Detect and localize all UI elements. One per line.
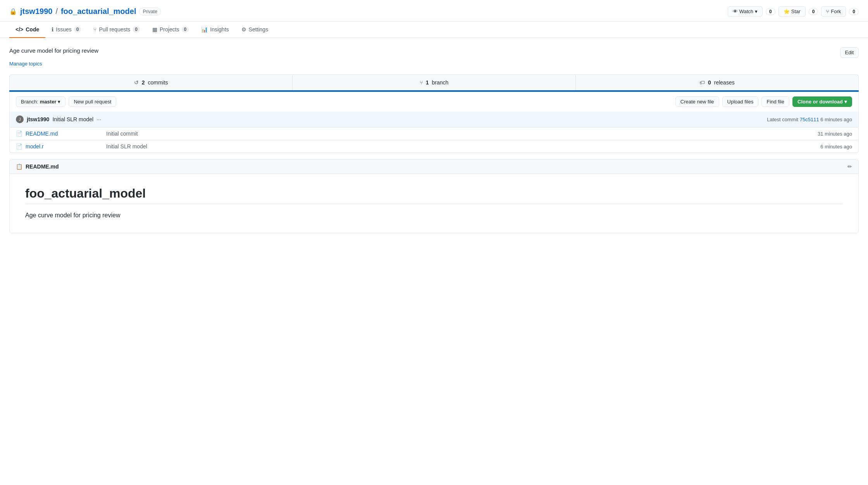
fork-icon: ⑂ — [826, 9, 829, 14]
new-pull-request-button[interactable]: New pull request — [69, 96, 116, 107]
readme-filename: README.md — [26, 163, 59, 170]
fork-label: Fork — [831, 9, 841, 14]
releases-label: releases — [714, 79, 735, 86]
repo-owner[interactable]: jtsw1990 — [20, 7, 52, 16]
commit-dots[interactable]: ··· — [96, 116, 101, 122]
star-label: Star — [791, 9, 801, 14]
branch-right: Create new file Upload files Find file C… — [675, 96, 852, 107]
branch-dropdown-icon: ▾ — [58, 99, 60, 105]
commit-author[interactable]: jtsw1990 — [27, 116, 49, 122]
tab-settings-label: Settings — [249, 26, 269, 33]
branch-selector[interactable]: Branch: master ▾ — [16, 96, 65, 107]
file-commit-readme: Initial commit — [106, 131, 815, 137]
readme-header: 📋 README.md ✏ — [10, 160, 858, 174]
main-content: Age curve model for pricing review Edit … — [0, 38, 868, 233]
latest-commit-row: J jtsw1990 Initial SLR model ··· Latest … — [10, 112, 858, 127]
repo-header: 🔒 jtsw1990 / foo_actuarial_model Private… — [0, 0, 868, 22]
latest-commit-label: Latest commit — [767, 117, 798, 122]
avatar-text: J — [19, 117, 21, 122]
readme-section: 📋 README.md ✏ foo_actuarial_model Age cu… — [9, 159, 859, 233]
clone-label: Clone or download — [797, 99, 843, 105]
clone-or-download-button[interactable]: Clone or download ▾ — [792, 96, 852, 107]
commits-label: commits — [148, 79, 168, 86]
tab-pull-requests[interactable]: ⑂ Pull requests 0 — [87, 22, 146, 38]
commit-hash[interactable]: 75c5111 — [800, 117, 819, 122]
tab-projects[interactable]: ▦ Projects 0 — [146, 22, 195, 38]
branches-stat[interactable]: ⑂ 1 branch — [293, 75, 575, 90]
tab-settings[interactable]: ⚙ Settings — [235, 22, 275, 38]
tab-issues[interactable]: ℹ Issues 0 — [45, 22, 87, 38]
description-text: Age curve model for pricing review — [9, 47, 98, 54]
tab-insights-label: Insights — [210, 26, 229, 33]
clone-dropdown-icon: ▾ — [844, 99, 847, 105]
private-badge: Private — [139, 8, 160, 15]
upload-files-button[interactable]: Upload files — [722, 96, 759, 107]
settings-icon: ⚙ — [241, 26, 246, 33]
branch-icon: ⑂ — [420, 79, 423, 86]
branches-label: branch — [432, 79, 448, 86]
lock-icon: 🔒 — [9, 8, 17, 15]
code-icon: </> — [16, 26, 23, 33]
create-new-file-button[interactable]: Create new file — [675, 96, 719, 107]
star-count: 0 — [809, 8, 818, 15]
readme-paragraph: Age curve model for pricing review — [25, 210, 843, 220]
commits-icon: ↺ — [134, 79, 139, 86]
fork-count: 0 — [849, 8, 859, 15]
file-table: J jtsw1990 Initial SLR model ··· Latest … — [9, 112, 859, 153]
commit-time: 6 minutes ago — [820, 117, 852, 122]
releases-stat[interactable]: 🏷 0 releases — [576, 75, 858, 90]
repo-title: 🔒 jtsw1990 / foo_actuarial_model Private — [9, 7, 161, 16]
issues-icon: ℹ — [52, 26, 53, 33]
file-name-readme[interactable]: README.md — [26, 131, 103, 137]
watch-label: Watch — [739, 9, 753, 14]
file-icon-readme: 📄 — [16, 131, 22, 137]
tab-pr-label: Pull requests — [99, 26, 130, 33]
star-button[interactable]: ⭐ Star — [778, 6, 806, 17]
tab-code-label: Code — [26, 26, 39, 33]
author-avatar: J — [16, 115, 24, 123]
tab-projects-label: Projects — [160, 26, 179, 33]
releases-count: 0 — [708, 79, 711, 86]
tab-insights[interactable]: 📊 Insights — [195, 22, 235, 38]
watch-count: 0 — [766, 8, 775, 15]
repo-description: Age curve model for pricing review Edit — [9, 47, 859, 58]
branch-left: Branch: master ▾ New pull request — [16, 96, 116, 107]
branch-toolbar: Branch: master ▾ New pull request Create… — [9, 92, 859, 112]
tab-issues-label: Issues — [56, 26, 71, 33]
file-icon-model: 📄 — [16, 143, 22, 150]
branches-count: 1 — [426, 79, 429, 86]
commit-message: Initial SLR model — [52, 116, 93, 122]
eye-icon: 👁 — [733, 9, 738, 14]
repo-separator: / — [55, 7, 58, 16]
commits-count: 2 — [142, 79, 145, 86]
edit-description-button[interactable]: Edit — [840, 47, 859, 58]
file-name-model[interactable]: model.r — [26, 143, 103, 150]
file-row-readme: 📄 README.md Initial commit 31 minutes ag… — [10, 127, 858, 140]
file-commit-model: Initial SLR model — [106, 143, 817, 150]
star-icon: ⭐ — [784, 9, 790, 14]
stats-bar: ↺ 2 commits ⑂ 1 branch 🏷 0 releases — [9, 74, 859, 90]
repo-nav: </> Code ℹ Issues 0 ⑂ Pull requests 0 ▦ … — [0, 22, 868, 38]
fork-button[interactable]: ⑂ Fork — [821, 6, 846, 17]
tab-code[interactable]: </> Code — [9, 22, 45, 38]
manage-topics-link[interactable]: Manage topics — [9, 61, 859, 67]
branch-label: Branch: — [21, 99, 38, 105]
watch-button[interactable]: 👁 Watch ▾ — [728, 6, 763, 17]
pr-badge: 0 — [133, 26, 140, 33]
readme-body: foo_actuarial_model Age curve model for … — [10, 174, 858, 233]
projects-badge: 0 — [182, 26, 189, 33]
find-file-button[interactable]: Find file — [761, 96, 789, 107]
issues-badge: 0 — [74, 26, 81, 33]
readme-heading: foo_actuarial_model — [25, 186, 843, 204]
header-actions: 👁 Watch ▾ 0 ⭐ Star 0 ⑂ Fork 0 — [728, 6, 859, 17]
commits-stat[interactable]: ↺ 2 commits — [10, 75, 293, 90]
file-row-model: 📄 model.r Initial SLR model 6 minutes ag… — [10, 140, 858, 153]
tag-icon: 🏷 — [699, 79, 705, 86]
file-time-model: 6 minutes ago — [820, 144, 852, 150]
branch-name: master — [40, 99, 57, 105]
readme-edit-button[interactable]: ✏ — [847, 163, 852, 170]
readme-book-icon: 📋 — [16, 163, 22, 170]
file-time-readme: 31 minutes ago — [818, 131, 852, 137]
repo-name[interactable]: foo_actuarial_model — [61, 7, 136, 16]
readme-title: 📋 README.md — [16, 163, 59, 170]
